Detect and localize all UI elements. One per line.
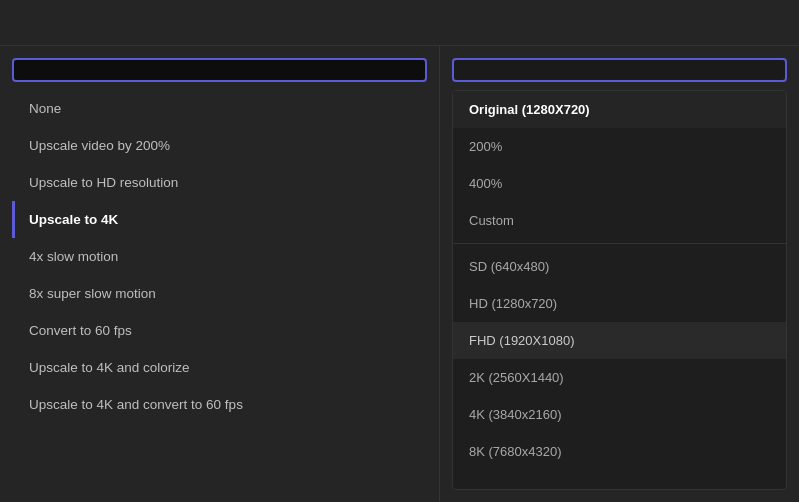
header-icons (28, 11, 86, 35)
resolution-option-fhd[interactable]: FHD (1920X1080) (453, 322, 786, 359)
preset-option-slow-4x[interactable]: 4x slow motion (12, 238, 427, 275)
resolution-option-200pct[interactable]: 200% (453, 128, 786, 165)
resolution-option-sd[interactable]: SD (640x480) (453, 248, 786, 285)
divider-custom (453, 243, 786, 244)
presets-dropdown[interactable] (12, 58, 427, 82)
preset-option-upscale-200[interactable]: Upscale video by 200% (12, 127, 427, 164)
preset-option-fps-60[interactable]: Convert to 60 fps (12, 312, 427, 349)
app-container: NoneUpscale video by 200%Upscale to HD r… (0, 0, 799, 502)
resolution-option-8k[interactable]: 8K (7680x4320) (453, 433, 786, 470)
main-content: NoneUpscale video by 200%Upscale to HD r… (0, 46, 799, 502)
resolution-dropdown[interactable] (452, 58, 787, 82)
resolution-option-custom[interactable]: Custom (453, 202, 786, 239)
add-button[interactable] (62, 11, 86, 35)
header (0, 0, 799, 46)
resolution-option-400pct[interactable]: 400% (453, 165, 786, 202)
preset-option-none[interactable]: None (12, 90, 427, 127)
preset-option-upscale-hd[interactable]: Upscale to HD resolution (12, 164, 427, 201)
resolution-option-4k[interactable]: 4K (3840x2160) (453, 396, 786, 433)
resolution-option-2k[interactable]: 2K (2560X1440) (453, 359, 786, 396)
preset-option-upscale-colorize[interactable]: Upscale to 4K and colorize (12, 349, 427, 386)
resolution-option-original[interactable]: Original (1280X720) (453, 91, 786, 128)
right-panel: Original (1280X720)200%400%CustomSD (640… (440, 46, 799, 502)
left-panel: NoneUpscale video by 200%Upscale to HD r… (0, 46, 440, 502)
resolution-options-list: Original (1280X720)200%400%CustomSD (640… (452, 90, 787, 490)
header-left (16, 11, 106, 35)
presets-options-list: NoneUpscale video by 200%Upscale to HD r… (12, 90, 427, 490)
preset-option-slow-8x[interactable]: 8x super slow motion (12, 275, 427, 312)
preset-option-upscale-60fps[interactable]: Upscale to 4K and convert to 60 fps (12, 386, 427, 423)
resolution-option-hd[interactable]: HD (1280x720) (453, 285, 786, 322)
refresh-button[interactable] (28, 11, 52, 35)
preset-option-upscale-4k[interactable]: Upscale to 4K (12, 201, 427, 238)
